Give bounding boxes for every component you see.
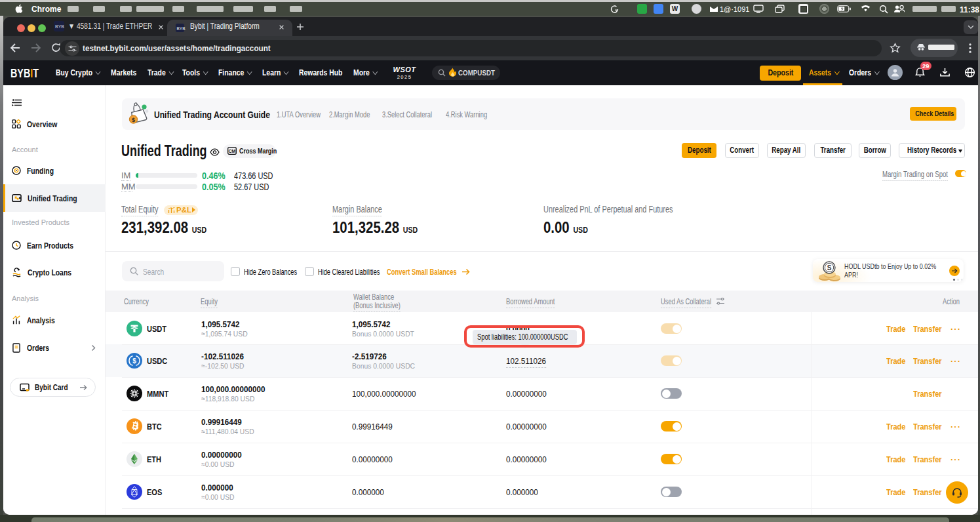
svg-text:S: S	[827, 264, 832, 271]
svg-text:$: $	[132, 357, 136, 365]
svg-text:$: $	[132, 117, 135, 123]
svg-text:CM: CM	[229, 149, 236, 153]
